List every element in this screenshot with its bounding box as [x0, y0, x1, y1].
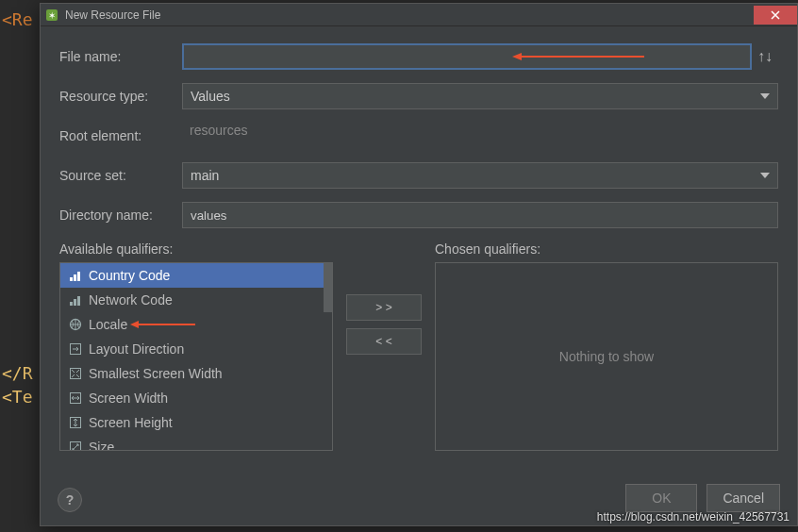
svg-rect-6 [74, 299, 76, 306]
qualifier-item[interactable]: Size [60, 435, 332, 451]
qualifier-item[interactable]: Locale [60, 312, 332, 337]
chosen-qualifiers-label: Chosen qualifiers: [435, 241, 778, 257]
scrollbar-thumb[interactable] [324, 263, 332, 312]
cancel-button[interactable]: Cancel [707, 484, 780, 512]
qualifier-label: Layout Direction [89, 341, 184, 357]
size-icon [68, 440, 83, 451]
move-left-button[interactable]: < < [346, 328, 422, 355]
chevron-down-icon [760, 93, 770, 99]
directory-name-label: Directory name: [59, 208, 182, 223]
file-name-input[interactable] [182, 43, 752, 70]
resource-type-label: Resource type: [59, 89, 182, 104]
qualifier-label: Smallest Screen Width [89, 366, 223, 381]
qualifier-label: Size [89, 440, 114, 451]
new-resource-file-dialog: ✶ New Resource File File name: ↑↓ Resour… [40, 3, 798, 526]
move-right-button[interactable]: > > [346, 294, 422, 321]
hwidth-icon [68, 391, 83, 406]
help-button[interactable]: ? [58, 488, 82, 512]
qualifier-item[interactable]: Layout Direction [60, 337, 332, 361]
vheight-icon [68, 415, 83, 430]
qualifier-label: Screen Height [89, 415, 173, 430]
svg-rect-13 [71, 442, 81, 452]
svg-text:✶: ✶ [48, 10, 56, 21]
source-set-value: main [191, 168, 219, 183]
resource-type-select[interactable]: Values [182, 83, 778, 109]
empty-text: Nothing to show [559, 349, 654, 364]
chosen-qualifiers-list[interactable]: Nothing to show [435, 262, 778, 451]
ok-button[interactable]: OK [625, 484, 697, 512]
dialog-title: New Resource File [65, 8, 160, 22]
watermark: https://blog.csdn.net/weixin_42567731 [597, 510, 790, 524]
svg-rect-4 [77, 272, 80, 281]
sort-icon[interactable]: ↑↓ [752, 48, 778, 65]
svg-rect-3 [74, 274, 76, 281]
root-element-label: Root element: [59, 128, 182, 143]
qualifier-label: Screen Width [89, 391, 168, 406]
qualifier-label: Locale [89, 317, 127, 332]
qualifier-label: Country Code [89, 268, 170, 283]
close-button[interactable] [754, 6, 797, 25]
source-set-select[interactable]: main [182, 162, 778, 189]
file-name-label: File name: [59, 49, 182, 64]
dir-icon [68, 341, 83, 357]
globe-icon [68, 317, 83, 332]
qualifier-item[interactable]: Screen Width [60, 386, 332, 410]
qualifier-label: Network Code [89, 292, 173, 308]
qualifier-item[interactable]: Country Code [60, 263, 332, 288]
available-qualifiers-label: Available qualifiers: [59, 241, 333, 257]
resource-type-value: Values [191, 89, 230, 104]
available-qualifiers-list[interactable]: Country CodeNetwork CodeLocaleLayout Dir… [59, 262, 333, 451]
app-icon: ✶ [44, 8, 59, 23]
titlebar: ✶ New Resource File [41, 4, 797, 26]
root-element-value: resources [182, 123, 778, 149]
qualifier-item[interactable]: Screen Height [60, 410, 332, 435]
svg-rect-5 [70, 302, 73, 306]
qualifier-item[interactable]: Network Code [60, 288, 332, 312]
expand-icon [68, 366, 83, 381]
qualifier-item[interactable]: Smallest Screen Width [60, 361, 332, 386]
background-editor: <Re</R<Te [0, 0, 40, 532]
directory-name-input[interactable] [182, 202, 778, 228]
annotation-arrow [133, 324, 324, 325]
signal-icon [68, 292, 83, 308]
signal-icon [68, 268, 83, 283]
chevron-down-icon [760, 173, 770, 178]
source-set-label: Source set: [59, 168, 182, 183]
svg-rect-7 [77, 296, 80, 306]
svg-rect-2 [70, 277, 73, 281]
